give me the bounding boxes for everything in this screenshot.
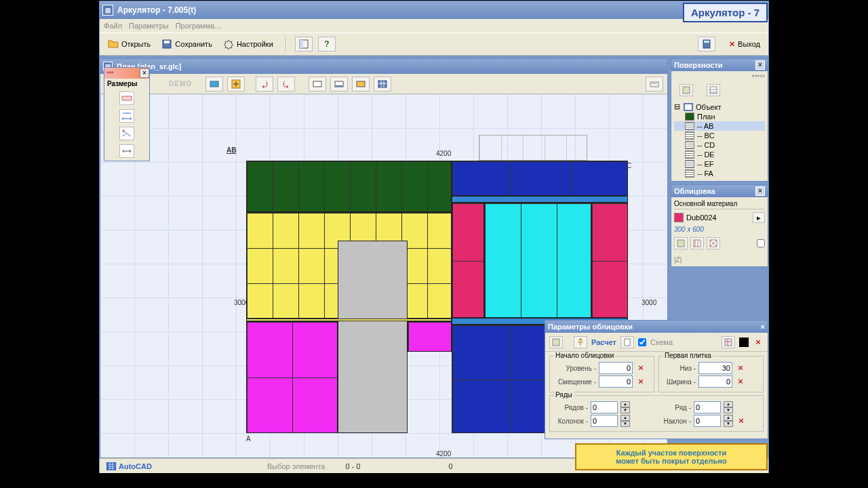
tile-cyan[interactable] xyxy=(484,203,591,318)
tree-fa[interactable]: -- FA xyxy=(674,169,765,178)
svg-rect-12 xyxy=(378,81,387,87)
facing-checkbox[interactable] xyxy=(757,239,765,247)
tilt-clear[interactable]: × xyxy=(736,415,747,426)
menu-program[interactable]: Программа… xyxy=(176,22,222,30)
params-grid-icon[interactable] xyxy=(722,336,735,348)
material-browse[interactable]: ▸ xyxy=(753,212,765,223)
params-color[interactable] xyxy=(739,338,749,347)
scheme-checkbox[interactable] xyxy=(638,338,646,346)
brand-badge: Аркулятор - 7 xyxy=(683,3,768,22)
redo-icon[interactable] xyxy=(277,77,295,92)
level-clear[interactable]: × xyxy=(635,363,646,373)
rows-input[interactable] xyxy=(591,401,618,413)
material-label: Основной материал xyxy=(674,200,765,209)
grid-icon[interactable] xyxy=(374,77,391,92)
rows-fieldset: Ряды Рядов -▲▼ Колонок -▲▼ Ряд -▲▼ Накло… xyxy=(549,395,764,432)
surfaces-panel: Поверхности× ***** ⊟Объект План -- AB --… xyxy=(671,58,768,182)
width-clear[interactable]: × xyxy=(735,376,746,387)
zz-label: |Z| xyxy=(674,256,765,264)
tree-bc[interactable]: -- BC xyxy=(674,131,765,140)
surface-tool-2[interactable] xyxy=(707,84,720,96)
open-button[interactable]: Открыть xyxy=(104,37,155,52)
tree-de[interactable]: -- DE xyxy=(674,150,765,159)
rect3-icon[interactable] xyxy=(352,77,370,92)
selection-outline xyxy=(479,135,587,161)
svg-rect-8 xyxy=(313,81,321,87)
facing-panel: Облицовка× Основной материал Dub0024 ▸ 3… xyxy=(671,184,768,267)
params-calc-icon[interactable] xyxy=(574,336,587,348)
tree-plan[interactable]: План xyxy=(674,112,765,121)
layout-icon[interactable] xyxy=(295,37,313,52)
save-button[interactable]: Сохранить xyxy=(157,37,216,52)
settings-button[interactable]: Настройки xyxy=(219,37,277,52)
plan-toolbar: DEMO xyxy=(100,74,667,94)
move-icon[interactable] xyxy=(227,77,245,92)
svg-rect-1 xyxy=(164,41,170,43)
svg-rect-11 xyxy=(357,81,365,87)
svg-rect-18 xyxy=(677,240,684,247)
tile-green[interactable] xyxy=(246,161,452,212)
params-title: Параметры облицовки xyxy=(548,323,633,331)
start-fieldset: Начало облицовки Уровень -× Смещение -× xyxy=(549,356,654,392)
svg-rect-14 xyxy=(122,96,132,100)
tile-magenta-small[interactable] xyxy=(408,321,452,352)
offset-clear[interactable]: × xyxy=(635,376,646,387)
dim-top: 4200 xyxy=(436,150,451,157)
rows-spinner[interactable]: ▲▼ xyxy=(620,401,630,413)
tree-ef[interactable]: -- EF xyxy=(674,159,765,169)
params-clear[interactable]: × xyxy=(753,337,764,348)
row-input[interactable] xyxy=(694,401,721,413)
surface-tool-1[interactable] xyxy=(679,84,693,96)
exit-button[interactable]: ✕Выход xyxy=(725,37,764,52)
tree-root[interactable]: ⊟Объект xyxy=(674,102,765,112)
tilt-spinner[interactable]: ▲▼ xyxy=(724,415,733,427)
bottom-clear[interactable]: × xyxy=(735,363,746,373)
offset-input[interactable] xyxy=(599,375,633,388)
surfaces-close[interactable]: × xyxy=(755,60,765,70)
params-calc-label[interactable]: Расчет xyxy=(591,338,616,346)
row-spinner[interactable]: ▲▼ xyxy=(724,401,733,413)
plan-titlebar: ⊞ План [plan_sr.glc] xyxy=(100,59,667,74)
tile-blue-top[interactable] xyxy=(452,161,628,196)
size-tool-4[interactable] xyxy=(119,144,134,158)
point-a: A xyxy=(246,435,251,443)
tile-crimson-left[interactable] xyxy=(452,203,484,318)
cols-input[interactable] xyxy=(591,415,618,427)
mdi-area: ⊞ План [plan_sr.glc] DEMO AB 42 xyxy=(100,56,768,458)
rect1-icon[interactable] xyxy=(309,77,326,92)
tree-ab[interactable]: -- AB xyxy=(674,121,765,131)
facing-close[interactable]: × xyxy=(755,186,765,196)
tile-magenta-left[interactable] xyxy=(246,321,338,433)
svg-rect-3 xyxy=(300,40,303,48)
size-tool-1[interactable] xyxy=(119,92,134,105)
rect2-icon[interactable] xyxy=(330,77,348,92)
tree-cd[interactable]: -- CD xyxy=(674,140,765,150)
menu-file[interactable]: Файл xyxy=(104,22,122,30)
calculator-icon[interactable] xyxy=(698,37,715,52)
bottom-input[interactable] xyxy=(698,362,732,374)
tile-crimson-right[interactable] xyxy=(591,203,628,318)
params-tool-1[interactable] xyxy=(549,336,563,348)
size-tool-2[interactable] xyxy=(119,109,134,123)
facing-tool-1[interactable] xyxy=(674,237,688,249)
cols-spinner[interactable]: ▲▼ xyxy=(620,415,630,427)
tile-strip1[interactable] xyxy=(452,196,628,203)
tile-ystrip[interactable] xyxy=(246,319,452,321)
width-input[interactable] xyxy=(698,375,732,388)
level-input[interactable] xyxy=(599,362,633,374)
params-dialog: Параметры облицовки× Расчет Схема × Нача… xyxy=(545,320,768,439)
help-icon[interactable]: ? xyxy=(318,37,336,52)
menu-params[interactable]: Параметры xyxy=(129,22,169,30)
view-icon[interactable] xyxy=(205,77,223,92)
sizes-close-icon[interactable]: × xyxy=(140,68,149,78)
undo-icon[interactable] xyxy=(256,77,273,92)
tilt-input[interactable] xyxy=(694,415,721,427)
autocad-link[interactable]: AutoCAD xyxy=(106,462,152,470)
svg-rect-6 xyxy=(210,81,218,87)
facing-tool-3[interactable] xyxy=(707,237,720,249)
facing-tool-2[interactable] xyxy=(690,237,704,249)
keyboard-icon[interactable] xyxy=(646,77,663,92)
size-tool-3[interactable] xyxy=(119,127,134,140)
params-close[interactable]: × xyxy=(761,323,765,331)
params-clip-icon[interactable] xyxy=(620,336,634,348)
